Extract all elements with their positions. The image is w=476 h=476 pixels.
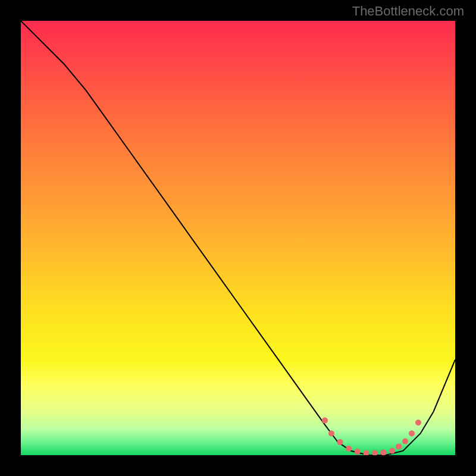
optimal-marker-dot [415,419,421,425]
watermark-text: TheBottleneck.com [352,4,464,19]
optimal-marker-dot [389,448,395,454]
optimal-marker-dot [346,446,352,452]
chart-plot-area [21,21,455,455]
optimal-marker-dot [402,439,408,444]
optimal-marker-dot [396,443,402,449]
optimal-marker-dot [337,439,343,445]
optimal-marker-dot [355,449,361,455]
chart-svg [21,21,455,455]
optimal-marker-dot [409,431,415,437]
optimal-marker-dot [328,431,334,437]
heatmap-background [21,21,455,455]
optimal-marker-dot [322,418,328,424]
